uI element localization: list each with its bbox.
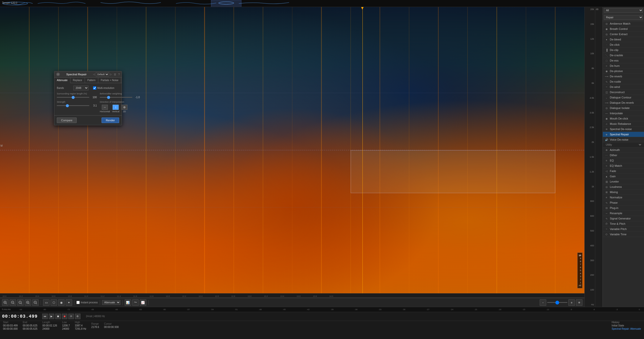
spectrogram-view-btn[interactable]: 📊 xyxy=(125,299,131,306)
dialog-preset-select[interactable]: Default xyxy=(96,72,109,76)
zoom-out-time-btn[interactable] xyxy=(10,299,16,306)
freq-15k: 15k xyxy=(586,23,594,25)
effect-ambience-match[interactable]: ◎ Ambience Match xyxy=(603,21,644,26)
spectrogram-view[interactable]: M 10 9 8 7 6 5 4 3 2 1 All xyxy=(0,7,584,293)
start-view: 00:00:00.000 xyxy=(3,327,18,330)
transport-record-btn[interactable]: ⏺ xyxy=(62,314,67,319)
svg-text:13.6: 13.6 xyxy=(297,295,301,297)
dialog-help-btn[interactable]: ? xyxy=(118,73,120,76)
effect-spectral-de-noise[interactable]: ≋ Spectral De-noise xyxy=(603,127,644,132)
effect-dither[interactable]: ⋯ Dither xyxy=(603,153,644,158)
effect-dialogue-de-reverb[interactable]: ⟿ Dialogue De-reverb xyxy=(603,100,644,105)
lasso-tool-btn[interactable]: ⬡ xyxy=(51,299,57,306)
select-tool-btn[interactable]: ▭ xyxy=(43,299,50,306)
interp-horizontal-btn[interactable]: ↔ Horizontal xyxy=(100,105,110,113)
effect-spectral-repair[interactable]: ◈ Spectral Repair xyxy=(603,132,644,137)
effect-dialogue-contour[interactable]: ◟ Dialogue Contour xyxy=(603,95,644,100)
effect-de-crackle[interactable]: ⋱ De-crackle xyxy=(603,53,644,58)
effect-music-rebalance[interactable]: ♫ Music Rebalance xyxy=(603,121,644,127)
interp-vertical-btn[interactable]: ↕ Vertical xyxy=(112,105,120,113)
zoom-minus-btn[interactable]: - xyxy=(540,299,546,306)
playhead[interactable] xyxy=(362,7,363,293)
effect-de-hum[interactable]: ≈ De-hum xyxy=(603,63,644,69)
effect-resample[interactable]: ↔ Resample xyxy=(603,211,644,216)
brush-tool-btn[interactable]: ◉ xyxy=(58,299,65,306)
selection-region[interactable] xyxy=(351,150,555,193)
zoom-in-time-btn[interactable] xyxy=(2,299,9,306)
before-after-slider[interactable] xyxy=(100,97,132,98)
effect-eq-match[interactable]: ≈ EQ Match xyxy=(603,163,644,168)
transport-loop-btn[interactable]: ⟳ xyxy=(68,314,74,319)
sliders-section: Surrounding region length (%) 100 Streng… xyxy=(57,92,119,113)
multi-resolution-checkbox[interactable] xyxy=(93,86,96,90)
zoom-slider[interactable] xyxy=(547,302,567,303)
interp-2d-btn[interactable]: ⊕ 2D xyxy=(121,105,127,113)
utility-select[interactable]: Utility xyxy=(605,143,642,146)
effect-de-clip[interactable]: ▐ De-clip xyxy=(603,47,644,53)
strength-slider[interactable] xyxy=(57,105,89,106)
dehum-label: De-hum xyxy=(610,64,620,67)
effect-fade[interactable]: ◁ Fade xyxy=(603,168,644,174)
zoom-plus-btn[interactable]: + xyxy=(568,299,575,306)
effect-eq[interactable]: ≡ EQ xyxy=(603,158,644,163)
effect-de-plosive[interactable]: ◉ De-plosive xyxy=(603,69,644,74)
dialog-nav-arrow-left[interactable]: ◁ xyxy=(93,73,95,76)
before-after-label: Before/after weighting xyxy=(100,92,140,95)
transport-skip-start[interactable]: ⏮ xyxy=(42,314,48,319)
process-select[interactable]: Attenuate xyxy=(102,300,120,305)
effect-de-wind[interactable]: ~ De-wind xyxy=(603,84,644,90)
waveform-overview[interactable]: Tempo: 120.0 xyxy=(0,0,644,7)
effect-mixing[interactable]: ⊞ Mixing xyxy=(603,190,644,195)
effect-voice-de-noise[interactable]: 🔊 Voice De-noise xyxy=(603,137,644,142)
effect-time-pitch[interactable]: ⏱ Time & Pitch xyxy=(603,221,644,227)
effect-deconstruct[interactable]: ◫ Deconstruct xyxy=(603,90,644,95)
bands-select[interactable]: 2048 512 1024 4096 xyxy=(73,86,88,90)
effect-leveler[interactable]: ▥ Leveler xyxy=(603,179,644,184)
compare-button[interactable]: Compare xyxy=(57,118,77,123)
effect-interpolate[interactable]: — Interpolate xyxy=(603,111,644,116)
category-select[interactable]: Repair Utility xyxy=(604,15,643,20)
effect-de-reverb[interactable]: ⟿ De-reverb xyxy=(603,74,644,79)
zoom-fit-btn[interactable]: A xyxy=(17,299,24,306)
tab-attenuate[interactable]: Attenuate xyxy=(54,78,70,83)
effect-dialogue-isolate[interactable]: ◎ Dialogue Isolate xyxy=(603,105,644,111)
render-button[interactable]: Render xyxy=(102,118,119,123)
zoom-in-freq-btn[interactable] xyxy=(25,299,31,306)
effect-de-bleed[interactable]: ♦ De-bleed xyxy=(603,37,644,42)
effect-center-extract[interactable]: ◎ Center Extract xyxy=(603,32,644,37)
effect-gain[interactable]: ▲ Gain xyxy=(603,174,644,179)
effect-normalize[interactable]: ≡ Normalize xyxy=(603,195,644,200)
effect-loudness[interactable]: ◎ Loudness xyxy=(603,184,644,190)
effect-variable-time[interactable]: ⏲ Variable Time xyxy=(603,232,644,237)
dialog-close-btn[interactable]: × xyxy=(56,73,60,76)
effect-mouth-de-click[interactable]: ◉ Mouth De-click xyxy=(603,116,644,121)
effect-de-rustle[interactable]: ∿ De-rustle xyxy=(603,79,644,84)
tab-partials-noise[interactable]: Partials + Noise xyxy=(98,78,121,83)
effect-breath-control[interactable]: ◉ Breath Control xyxy=(603,26,644,32)
spectrum-view-btn[interactable]: 📈 xyxy=(140,299,146,306)
effect-filter-select[interactable]: All xyxy=(604,8,643,13)
surrounding-slider[interactable] xyxy=(57,97,89,98)
instant-process-checkbox[interactable] xyxy=(76,301,80,304)
tab-pattern[interactable]: Pattern xyxy=(85,78,98,83)
transport-settings-btn[interactable]: ⚙ xyxy=(75,314,80,319)
effect-de-click[interactable]: ⋅ De-click xyxy=(603,42,644,47)
tab-replace[interactable]: Replace xyxy=(70,78,85,83)
effect-azimuth[interactable]: ⊕ Azimuth xyxy=(603,147,644,153)
pan-zoom-btn[interactable]: ⊕ xyxy=(576,299,582,306)
transport-play-btn[interactable]: ▶ xyxy=(49,314,54,319)
dialog-menu-btn[interactable]: ☰ xyxy=(114,73,116,76)
ambience-label: Ambience Match xyxy=(610,22,630,25)
transport-stop-btn[interactable]: ⏹ xyxy=(55,314,61,319)
waveform-view-btn[interactable]: 〜 xyxy=(132,299,139,306)
zoom-out-freq-btn[interactable] xyxy=(32,299,39,306)
effect-variable-pitch[interactable]: ~ Variable Pitch xyxy=(603,227,644,232)
magic-wand-btn[interactable]: ✦ xyxy=(66,299,72,306)
effect-plug-in[interactable]: ⊟ Plug-in xyxy=(603,205,644,211)
effect-signal-generator[interactable]: ∿ Signal Generator xyxy=(603,216,644,221)
effect-phase[interactable]: ∿ Phase xyxy=(603,200,644,205)
effect-de-ess[interactable]: ◌ De-ess xyxy=(603,58,644,63)
low-set: 1208.7 xyxy=(62,324,70,327)
end-key: End xyxy=(23,321,37,324)
dialog-nav-arrow-right[interactable]: ▷ xyxy=(110,73,112,76)
